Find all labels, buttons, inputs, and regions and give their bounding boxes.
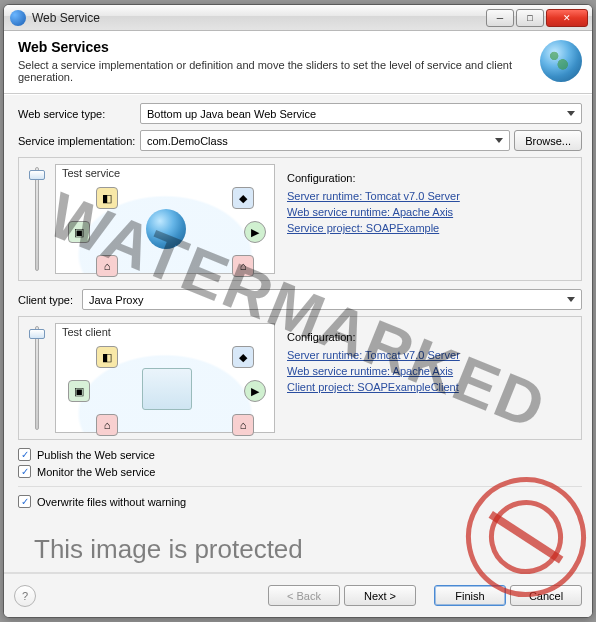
protected-text: This image is protected: [34, 534, 303, 565]
node-icon: ⌂: [232, 255, 254, 277]
link-ws-runtime[interactable]: Web service runtime: Apache Axis: [287, 206, 569, 218]
node-icon: ▣: [68, 380, 90, 402]
combo-client-type[interactable]: Java Proxy: [82, 289, 582, 310]
node-icon: ◧: [96, 346, 118, 368]
combo-service-impl-value: com.DemoClass: [147, 135, 228, 147]
main-content: Web service type: Bottom up Java bean We…: [4, 94, 592, 573]
node-icon: ◆: [232, 346, 254, 368]
client-graphic-scene: ◧ ▣ ⌂ ◆ ▶ ⌂: [56, 340, 274, 432]
check-monitor[interactable]: ✓ Monitor the Web service: [18, 465, 582, 478]
client-graphic-title: Test client: [56, 324, 274, 340]
link-server-runtime[interactable]: Server runtime: Tomcat v7.0 Server: [287, 190, 569, 202]
check-publish[interactable]: ✓ Publish the Web service: [18, 448, 582, 461]
chevron-down-icon: [567, 297, 575, 302]
client-level-slider[interactable]: [25, 323, 49, 433]
checkbox-icon: ✓: [18, 495, 31, 508]
browse-button[interactable]: Browse...: [514, 130, 582, 151]
row-web-service-type: Web service type: Bottom up Java bean We…: [18, 103, 582, 124]
node-icon: ⌂: [96, 414, 118, 436]
page-subtitle: Select a service implementation or defin…: [18, 59, 532, 83]
link-client-project[interactable]: Client project: SOAPExampleClient: [287, 381, 569, 393]
browser-icon: [142, 368, 192, 410]
label-service-impl: Service implementation:: [18, 135, 136, 147]
globe-icon: [146, 209, 186, 249]
service-level-slider[interactable]: [25, 164, 49, 274]
separator: [18, 486, 582, 487]
globe-icon: [540, 40, 582, 82]
link-client-ws-runtime[interactable]: Web service runtime: Apache Axis: [287, 365, 569, 377]
node-icon: ◧: [96, 187, 118, 209]
maximize-button[interactable]: □: [516, 9, 544, 27]
header-panel: Web Services Select a service implementa…: [4, 31, 592, 94]
check-publish-label: Publish the Web service: [37, 449, 155, 461]
node-icon: ⌂: [232, 414, 254, 436]
window-title: Web Service: [32, 11, 484, 25]
link-service-project[interactable]: Service project: SOAPExample: [287, 222, 569, 234]
check-overwrite-label: Overwrite files without warning: [37, 496, 186, 508]
dialog-window: Web Service ─ □ ✕ Web Services Select a …: [3, 4, 593, 618]
checkbox-icon: ✓: [18, 448, 31, 461]
label-client-type: Client type:: [18, 294, 78, 306]
link-client-server-runtime[interactable]: Server runtime: Tomcat v7.0 Server: [287, 349, 569, 361]
minimize-button[interactable]: ─: [486, 9, 514, 27]
label-web-service-type: Web service type:: [18, 108, 136, 120]
row-client-type: Client type: Java Proxy: [18, 289, 582, 310]
chevron-down-icon: [495, 138, 503, 143]
node-icon: ⌂: [96, 255, 118, 277]
check-overwrite[interactable]: ✓ Overwrite files without warning: [18, 495, 582, 508]
check-monitor-label: Monitor the Web service: [37, 466, 155, 478]
checkbox-icon: ✓: [18, 465, 31, 478]
titlebar: Web Service ─ □ ✕: [4, 5, 592, 31]
client-panel: Test client ◧ ▣ ⌂ ◆ ▶ ⌂ Configuration: S…: [18, 316, 582, 440]
combo-web-service-type[interactable]: Bottom up Java bean Web Service: [140, 103, 582, 124]
service-panel: Test service ◧ ▣ ⌂ ◆ ▶ ⌂ Configuration: …: [18, 157, 582, 281]
row-service-impl: Service implementation: com.DemoClass Br…: [18, 130, 582, 151]
node-icon: ▣: [68, 221, 90, 243]
finish-button[interactable]: Finish: [434, 585, 506, 606]
next-button[interactable]: Next >: [344, 585, 416, 606]
service-config: Configuration: Server runtime: Tomcat v7…: [281, 164, 575, 274]
node-icon: ◆: [232, 187, 254, 209]
chevron-down-icon: [567, 111, 575, 116]
slider-thumb[interactable]: [29, 170, 45, 180]
client-config: Configuration: Server runtime: Tomcat v7…: [281, 323, 575, 433]
cancel-button[interactable]: Cancel: [510, 585, 582, 606]
combo-service-impl[interactable]: com.DemoClass: [140, 130, 510, 151]
service-graphic-scene: ◧ ▣ ⌂ ◆ ▶ ⌂: [56, 181, 274, 273]
service-graphic: Test service ◧ ▣ ⌂ ◆ ▶ ⌂: [55, 164, 275, 274]
combo-web-service-type-value: Bottom up Java bean Web Service: [147, 108, 316, 120]
play-icon: ▶: [244, 221, 266, 243]
config-label: Configuration:: [287, 172, 569, 184]
close-button[interactable]: ✕: [546, 9, 588, 27]
footer: ? < Back Next > Finish Cancel: [4, 573, 592, 617]
app-icon: [10, 10, 26, 26]
combo-client-type-value: Java Proxy: [89, 294, 143, 306]
page-title: Web Services: [18, 39, 532, 55]
service-graphic-title: Test service: [56, 165, 274, 181]
play-icon: ▶: [244, 380, 266, 402]
client-graphic: Test client ◧ ▣ ⌂ ◆ ▶ ⌂: [55, 323, 275, 433]
slider-thumb[interactable]: [29, 329, 45, 339]
help-button[interactable]: ?: [14, 585, 36, 607]
back-button[interactable]: < Back: [268, 585, 340, 606]
config-label: Configuration:: [287, 331, 569, 343]
